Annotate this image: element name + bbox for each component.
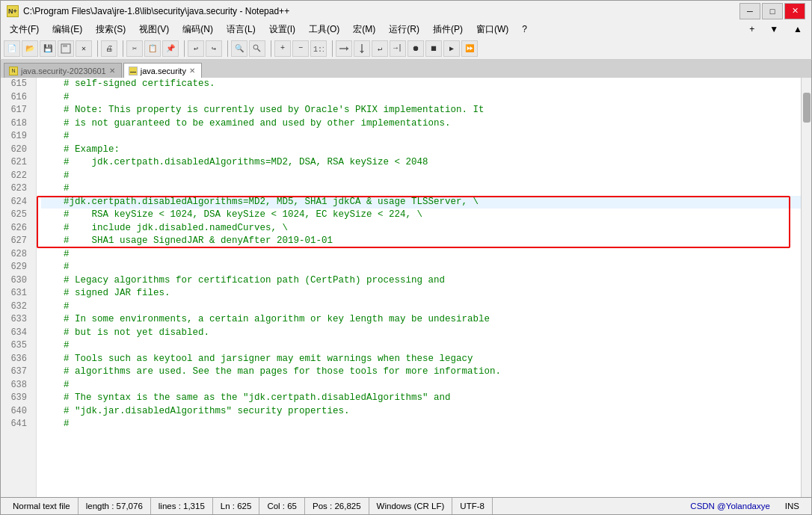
line-number: 636 [1, 353, 31, 366]
menu-up[interactable]: ▲ [787, 22, 808, 36]
tab-close-1[interactable]: ✕ [109, 67, 115, 75]
menu-view[interactable]: 视图(V) [133, 22, 175, 37]
menu-settings[interactable]: 设置(I) [263, 22, 301, 37]
close-button[interactable]: ✕ [784, 3, 805, 19]
menu-bar: 文件(F) 编辑(E) 搜索(S) 视图(V) 编码(N) 语言(L) 设置(I… [0, 21, 812, 37]
tab-bar: N java.security-20230601 ✕ java.security… [0, 60, 812, 78]
line-number: 630 [1, 274, 31, 288]
tb-open[interactable]: 📂 [22, 40, 38, 57]
status-encoding: UTF-8 [452, 498, 493, 514]
menu-macro[interactable]: 宏(M) [347, 22, 381, 37]
menu-language[interactable]: 语言(L) [221, 22, 262, 37]
tb-macro-stop[interactable]: ⏹ [425, 40, 442, 57]
status-watermark: CSDN @Yolandaxye [683, 498, 778, 514]
menu-window[interactable]: 窗口(W) [470, 22, 514, 37]
menu-dropdown[interactable]: ▼ [763, 22, 784, 36]
svg-line-3 [258, 49, 261, 52]
maximize-button[interactable]: □ [762, 3, 783, 19]
menu-file[interactable]: 文件(F) [4, 22, 45, 37]
status-pos: Pos : 26,825 [305, 498, 369, 514]
code-line: # [41, 261, 801, 274]
scrollbar-vertical[interactable] [801, 78, 811, 497]
tb-wrap[interactable]: ↵ [372, 40, 388, 57]
tb-print[interactable]: 🖨 [101, 40, 117, 57]
code-line: # SHA1 usage SignedJAR & denyAfter 2019-… [41, 235, 801, 248]
line-number: 616 [1, 91, 31, 105]
tb-sync-h[interactable] [336, 40, 352, 57]
line-number: 623 [1, 182, 31, 196]
tab-java-security-backup[interactable]: N java.security-20230601 ✕ [4, 63, 122, 78]
menu-tools[interactable]: 工具(O) [303, 22, 345, 37]
window-title: C:\Program Files\Java\jre-1.8\lib\securi… [23, 6, 735, 16]
menu-edit[interactable]: 编辑(E) [46, 22, 88, 37]
menu-plugins[interactable]: 插件(P) [427, 22, 469, 37]
tb-find-replace[interactable] [249, 40, 265, 57]
tb-run-macro[interactable]: ⏩ [461, 40, 478, 57]
tab-icon-2 [129, 67, 138, 75]
line-number: 637 [1, 366, 31, 379]
menu-run[interactable]: 运行(R) [383, 22, 425, 37]
window-controls: ─ □ ✕ [739, 3, 805, 19]
line-number: 639 [1, 392, 31, 405]
menu-search[interactable]: 搜索(S) [90, 22, 132, 37]
tb-macro-rec[interactable]: ⏺ [407, 40, 424, 57]
tb-macro-play[interactable]: ▶ [443, 40, 460, 57]
tb-zoom-out[interactable]: − [292, 40, 309, 57]
minimize-button[interactable]: ─ [739, 3, 760, 19]
tab-close-2[interactable]: ✕ [189, 67, 195, 75]
line-numbers: 6156166176186196206216226236246256266276… [1, 78, 37, 497]
tb-save[interactable]: 💾 [40, 40, 56, 57]
tab-java-security[interactable]: java.security ✕ [123, 63, 202, 78]
code-content[interactable]: # self-signed certificates. # # Note: Th… [37, 78, 801, 497]
svg-rect-9 [129, 67, 137, 75]
code-line: # is not guaranteed to be examined and u… [41, 117, 801, 131]
scroll-thumb[interactable] [803, 93, 811, 123]
tb-save-all[interactable] [58, 40, 74, 57]
tb-indent[interactable]: →| [390, 40, 406, 57]
code-line: # Example: [41, 144, 801, 157]
code-line: # signed JAR files. [41, 287, 801, 300]
tb-sync-v[interactable] [354, 40, 370, 57]
svg-marker-8 [360, 51, 364, 53]
line-number: 626 [1, 222, 31, 235]
tb-redo[interactable]: ↪ [206, 40, 222, 57]
code-line: # [41, 248, 801, 262]
line-number: 627 [1, 235, 31, 248]
line-number: 638 [1, 379, 31, 392]
status-line-ending: Windows (CR LF) [369, 498, 453, 514]
code-line: #jdk.certpath.disabledAlgorithms=MD2, MD… [41, 196, 801, 209]
code-line: # "jdk.jar.disabledAlgorithms" security … [41, 405, 801, 419]
code-line: # [41, 418, 801, 431]
editor-area[interactable]: 6156166176186196206216226236246256266276… [0, 78, 812, 497]
tb-cut[interactable]: ✂ [126, 40, 143, 57]
code-line: # Legacy algorithms for certification pa… [41, 274, 801, 288]
tb-zoom-in[interactable]: + [274, 40, 291, 57]
line-number: 629 [1, 261, 31, 274]
tb-new[interactable]: 📄 [4, 40, 20, 57]
tb-paste[interactable]: 📌 [162, 40, 179, 57]
code-line: # include jdk.disabled.namedCurves, \ [41, 222, 801, 235]
tb-copy[interactable]: 📋 [144, 40, 161, 57]
code-line: # algorithms are used. See the man pages… [41, 366, 801, 379]
menu-help[interactable]: ? [516, 22, 533, 36]
tb-find[interactable]: 🔍 [231, 40, 247, 57]
menu-add[interactable]: + [743, 22, 760, 36]
tab-icon-1: N [9, 67, 18, 75]
line-number: 635 [1, 339, 31, 353]
code-line: # [41, 182, 801, 196]
svg-rect-1 [63, 44, 67, 47]
menu-encoding[interactable]: 编码(N) [176, 22, 219, 37]
tb-undo[interactable]: ↩ [188, 40, 204, 57]
code-line: # self-signed certificates. [41, 78, 801, 91]
status-lines: lines : 1,315 [151, 498, 213, 514]
tb-zoom-restore[interactable]: 1:1 [310, 40, 327, 57]
line-number: 631 [1, 287, 31, 300]
code-line: # [41, 379, 801, 392]
line-number: 640 [1, 405, 31, 419]
tab-label-1: java.security-20230601 [21, 67, 106, 75]
tb-close[interactable]: ✕ [76, 40, 92, 57]
code-line: # but is not yet disabled. [41, 327, 801, 340]
status-bar: Normal text file length : 57,076 lines :… [0, 497, 812, 515]
line-number: 625 [1, 209, 31, 222]
status-ln: Ln : 625 [213, 498, 260, 514]
